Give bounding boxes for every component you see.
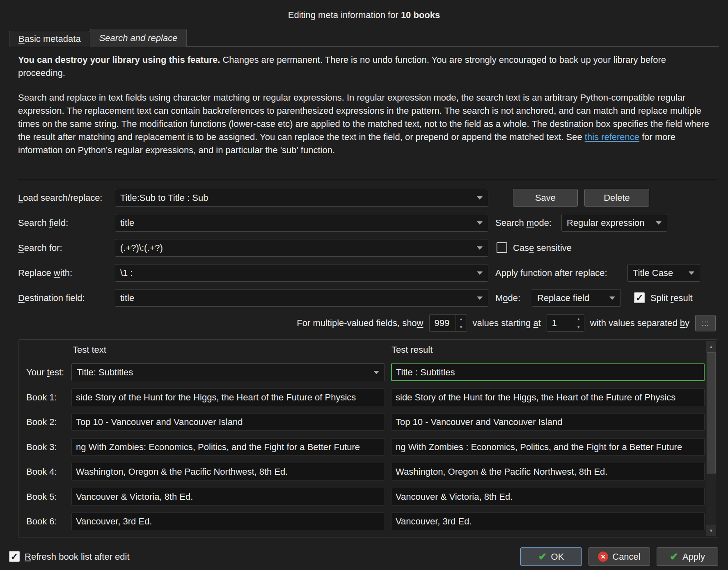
replace-with-input[interactable]: \1 : (115, 264, 488, 282)
destination-field-label: Destination field: (18, 289, 85, 307)
search-mode-label: Search mode: (495, 214, 552, 232)
load-search-replace-value: Title:Sub to Title : Sub (120, 189, 472, 206)
book-5-result[interactable]: Vancouver & Victoria, 8th Ed. (391, 488, 705, 506)
check-icon: ✔ (538, 552, 547, 562)
search-field-value: title (120, 214, 472, 231)
book-3-label: Book 3: (26, 438, 57, 456)
load-search-replace-select[interactable]: Title:Sub to Title : Sub (115, 189, 488, 207)
scroll-up-icon[interactable]: ▲ (706, 341, 716, 352)
search-mode-value: Regular expression (567, 214, 650, 231)
ok-button-label: OK (551, 552, 564, 562)
book-3-result[interactable]: ng With Zombies : Economics, Politics, a… (391, 438, 705, 456)
show-values-spinner[interactable]: 999 ▴▾ (429, 314, 467, 332)
spinner-buttons[interactable]: ▴▾ (573, 315, 584, 331)
spin-down-icon[interactable]: ▾ (456, 323, 467, 332)
book-3-text[interactable]: ng With Zombies: Economics, Politics, an… (71, 438, 385, 456)
start-at-value: 1 (552, 315, 557, 331)
warning-bold: You can destroy your library using this … (18, 55, 220, 65)
chevron-down-icon (477, 296, 483, 300)
mode-label: Mode: (495, 289, 520, 307)
chevron-down-icon (689, 271, 694, 275)
dialog-title: Editing meta information for 10 books (0, 10, 728, 21)
destination-field-select[interactable]: title (115, 289, 488, 307)
case-sensitive-checkbox[interactable] (497, 242, 507, 253)
replace-with-label: Replace with: (18, 264, 72, 282)
apply-function-value: Title Case (633, 264, 683, 281)
search-for-input[interactable]: (.+?)\:(.+?) (115, 239, 488, 257)
separator-button[interactable]: ::: (695, 315, 716, 331)
multiple-values-row: For multiple-valued fields, show 999 ▴▾ … (123, 314, 716, 332)
search-field-select[interactable]: title (115, 214, 488, 232)
your-test-result[interactable]: Title : Subtitles (391, 363, 705, 381)
split-result-label: Split result (650, 289, 693, 307)
chevron-down-icon (477, 196, 483, 200)
ok-button[interactable]: ✔ OK (520, 547, 582, 566)
refresh-book-list-label: Refresh book list after edit (25, 551, 130, 562)
book-1-label: Book 1: (26, 388, 57, 406)
book-1-text[interactable]: side Story of the Hunt for the Higgs, th… (71, 388, 385, 406)
book-5-text[interactable]: Vancouver & Victoria, 8th Ed. (71, 488, 385, 506)
tab-search-and-replace[interactable]: Search and replace (90, 29, 187, 47)
check-icon: ✔ (670, 552, 678, 562)
search-for-label: Search for: (18, 239, 62, 257)
search-mode-select[interactable]: Regular expression (561, 214, 667, 232)
book-4-text[interactable]: Washington, Oregon & the Pacific Northwe… (71, 463, 385, 480)
show-values-value: 999 (435, 315, 450, 331)
spin-down-icon[interactable]: ▾ (573, 323, 584, 332)
book-2-text[interactable]: Top 10 - Vancouver and Vancouver Island (71, 413, 385, 431)
apply-function-label: Apply function after replace: (495, 264, 607, 282)
scrollbar-thumb[interactable] (707, 352, 716, 473)
save-button[interactable]: Save (513, 189, 578, 207)
spin-up-icon[interactable]: ▴ (573, 315, 584, 323)
cancel-button[interactable]: ✕ Cancel (588, 547, 650, 566)
bulk-metadata-dialog: Editing meta information for 10 books Ba… (0, 0, 728, 570)
tab-bar: Basic metadata Search and replace (9, 29, 187, 47)
multi-show-label: For multiple-valued fields, show (297, 318, 423, 329)
book-2-result[interactable]: Top 10 - Vancouver and Vancouver Island (391, 413, 705, 431)
start-at-spinner[interactable]: 1 ▴▾ (547, 314, 584, 332)
book-6-result[interactable]: Vancouver, 3rd Ed. (391, 513, 705, 530)
mode-select[interactable]: Replace field (532, 289, 621, 307)
scroll-down-icon[interactable]: ▼ (706, 525, 716, 536)
case-sensitive-label: Case sensitive (513, 239, 572, 257)
book-1-result[interactable]: side Story of the Hunt for the Higgs, th… (391, 388, 705, 406)
check-icon: ✓ (635, 293, 644, 303)
book-4-label: Book 4: (26, 463, 57, 480)
book-4-result[interactable]: Washington, Oregon & the Pacific Northwe… (391, 463, 705, 480)
divider (18, 180, 717, 180)
book-5-label: Book 5: (26, 488, 57, 506)
chevron-down-icon (477, 271, 483, 275)
split-result-checkbox[interactable]: ✓ (634, 292, 645, 303)
warning-text: You can destroy your library using this … (18, 53, 712, 80)
chevron-down-icon (609, 296, 615, 300)
replace-with-value: \1 : (120, 264, 472, 281)
multi-start-label: values starting at (473, 318, 541, 329)
delete-button[interactable]: Delete (584, 189, 649, 207)
spinner-buttons[interactable]: ▴▾ (456, 315, 467, 331)
refresh-book-list-checkbox[interactable]: ✓ (9, 551, 20, 562)
book-6-text[interactable]: Vancouver, 3rd Ed. (71, 513, 385, 530)
test-result-heading: Test result (391, 345, 433, 355)
apply-button-label: Apply (682, 552, 705, 562)
spin-up-icon[interactable]: ▴ (456, 315, 467, 323)
apply-button[interactable]: ✔ Apply (657, 547, 718, 566)
apply-function-select[interactable]: Title Case (627, 264, 700, 282)
mode-value: Replace field (537, 290, 604, 306)
dialog-title-count: 10 books (401, 10, 440, 20)
description-text: Search and replace in text fields using … (18, 91, 716, 157)
book-2-label: Book 2: (26, 413, 57, 431)
check-icon: ✓ (10, 552, 19, 561)
cancel-x-icon: ✕ (598, 552, 608, 562)
tab-basic-metadata[interactable]: Basic metadata (9, 31, 90, 47)
multi-separator-label: with values separated by (590, 318, 689, 329)
chevron-down-icon (477, 246, 483, 250)
book-6-label: Book 6: (26, 513, 57, 530)
search-for-value: (.+?)\:(.+?) (120, 239, 472, 256)
reference-link[interactable]: this reference (585, 132, 639, 142)
vertical-scrollbar[interactable]: ▲ ▼ (706, 341, 716, 536)
your-test-input[interactable]: Title: Subtitles (71, 363, 385, 381)
search-field-label: Search field: (18, 214, 68, 232)
chevron-down-icon (373, 371, 379, 374)
your-test-value: Title: Subtitles (77, 364, 368, 381)
load-search-replace-label: Load search/replace: (18, 189, 102, 207)
